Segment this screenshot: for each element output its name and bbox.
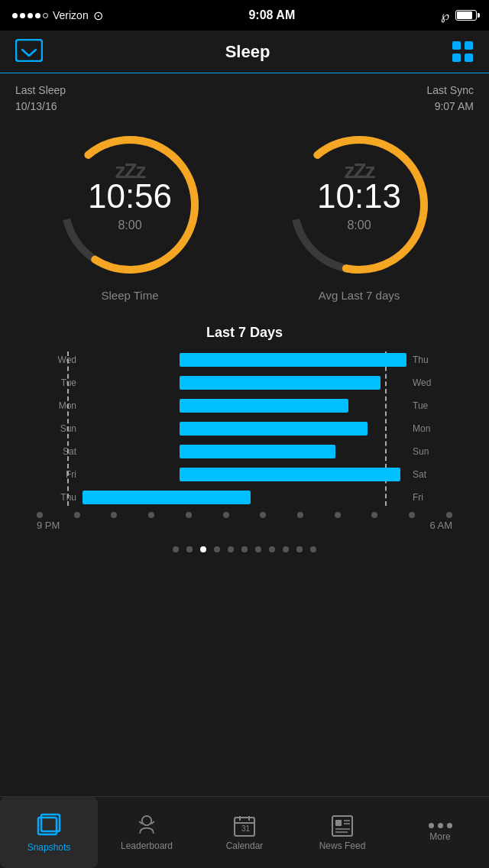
tab-snapshots-label: Snapshots: [28, 842, 71, 853]
page-dot-3[interactable]: [214, 546, 220, 552]
row-bar-container-3: [83, 422, 406, 436]
tab-leaderboard[interactable]: Leaderboard: [98, 797, 196, 868]
x-axis-dots: [0, 506, 489, 518]
chart-row: Sat Sun: [46, 443, 443, 460]
last-sleep-date: 10/13/16: [15, 99, 66, 115]
row-bar-5: [180, 468, 400, 481]
row-bar-container-5: [83, 468, 406, 481]
tab-bar: Snapshots Leaderboard 31 Calendar: [0, 796, 489, 868]
svg-rect-13: [332, 816, 352, 836]
tab-leaderboard-label: Leaderboard: [121, 840, 173, 851]
last-sync-time: 9:07 AM: [427, 99, 474, 115]
row-label-left-3: Sun: [46, 423, 76, 434]
tab-calendar[interactable]: 31 Calendar: [196, 797, 293, 868]
row-bar-0: [180, 353, 406, 367]
row-label-right-2: Tue: [413, 400, 443, 411]
snapshots-icon: [36, 813, 62, 839]
chart-row: Fri Sat: [46, 466, 443, 483]
svg-point-7: [142, 815, 151, 824]
more-icon: [429, 823, 452, 828]
x-dot: [409, 512, 415, 518]
signal-indicator: [12, 13, 48, 18]
status-time: 9:08 AM: [248, 8, 295, 22]
page-dot-7[interactable]: [269, 546, 275, 552]
sleep-time-circle: zZz 10:56 8:00 Sleep Time: [53, 128, 206, 302]
row-bar-3: [180, 422, 368, 436]
row-label-right-4: Sun: [413, 446, 443, 457]
last-sync-label: Last Sync: [427, 83, 474, 99]
chart-row: Mon Tue: [46, 397, 443, 414]
info-bar: Last Sleep 10/13/16 Last Sync 9:07 AM: [0, 73, 489, 121]
header: Sleep: [0, 31, 489, 73]
tab-calendar-label: Calendar: [226, 840, 264, 851]
carrier-label: Verizon: [53, 9, 89, 21]
row-bar-container-4: [83, 445, 406, 458]
avg-sleep-target: 8:00: [347, 219, 371, 232]
grid-view-icon[interactable]: [452, 41, 474, 63]
bluetooth-icon: ℘: [441, 8, 449, 23]
zzz-decoration-2: zZz: [344, 159, 374, 183]
row-bar-container-6: [83, 491, 406, 504]
inbox-icon[interactable]: [15, 39, 43, 65]
sleep-time-target: 8:00: [118, 219, 141, 232]
chart-title: Last 7 Days: [0, 325, 489, 341]
chart-section: Last 7 Days Wed Thu Tue Wed: [0, 317, 489, 531]
row-label-right-5: Sat: [413, 469, 443, 480]
page-title: Sleep: [225, 42, 270, 62]
row-label-left-0: Wed: [46, 355, 76, 365]
svg-rect-14: [335, 820, 342, 826]
signal-dot-4: [35, 13, 40, 18]
zzz-decoration-1: zZz: [115, 159, 144, 183]
avg-ring-wrap: zZz 10:13 8:00: [283, 128, 436, 281]
x-dot: [37, 512, 43, 518]
last-sync-info: Last Sync 9:07 AM: [427, 83, 474, 115]
row-label-left-5: Fri: [46, 469, 76, 480]
calendar-icon: 31: [233, 815, 256, 837]
chart-row: Wed Thu: [46, 351, 443, 368]
page-dot-0[interactable]: [173, 546, 179, 552]
row-bar-1: [180, 376, 381, 390]
x-dot: [186, 512, 192, 518]
circles-section: zZz 10:56 8:00 Sleep Time zZz 10:13 8:00…: [0, 121, 489, 317]
row-bar-6: [83, 491, 251, 504]
chart-row: Tue Wed: [46, 374, 443, 391]
row-label-right-6: Fri: [413, 492, 443, 503]
x-label-left: 9 PM: [37, 520, 60, 531]
status-right: ℘: [441, 8, 477, 23]
x-dot: [297, 512, 303, 518]
row-label-right-3: Mon: [413, 423, 443, 434]
row-label-left-6: Thu: [46, 492, 76, 503]
status-bar: Verizon ⊙ 9:08 AM ℘: [0, 0, 489, 31]
page-dot-4[interactable]: [228, 546, 234, 552]
page-dot-2[interactable]: [200, 546, 206, 552]
tab-more-label: More: [429, 831, 450, 842]
tab-more[interactable]: More: [391, 797, 489, 868]
page-dot-6[interactable]: [255, 546, 261, 552]
battery-fill: [457, 11, 472, 19]
chart-rows: Wed Thu Tue Wed Mon Tue: [46, 351, 443, 506]
x-dot: [111, 512, 117, 518]
tab-newsfeed[interactable]: News Feed: [293, 797, 391, 868]
wifi-icon: ⊙: [93, 8, 103, 23]
page-dot-8[interactable]: [283, 546, 289, 552]
status-left: Verizon ⊙: [12, 8, 103, 23]
signal-dot-5: [43, 13, 48, 18]
page-dot-5[interactable]: [241, 546, 248, 552]
chart-area: Wed Thu Tue Wed Mon Tue: [0, 351, 489, 506]
avg-sleep-circle: zZz 10:13 8:00 Avg Last 7 days: [283, 128, 436, 302]
svg-text:31: 31: [241, 824, 251, 833]
row-label-left-2: Mon: [46, 400, 76, 411]
x-dot: [223, 512, 229, 518]
row-label-right-1: Wed: [413, 377, 443, 388]
row-bar-4: [180, 445, 335, 458]
x-label-right: 6 AM: [429, 520, 452, 531]
page-dot-10[interactable]: [310, 546, 316, 552]
page-dot-9[interactable]: [296, 546, 303, 552]
page-dot-1[interactable]: [186, 546, 193, 552]
svg-rect-0: [16, 40, 42, 61]
sleep-ring-wrap: zZz 10:56 8:00: [53, 128, 206, 281]
battery-indicator: [455, 10, 477, 21]
x-dot: [74, 512, 80, 518]
x-dot: [260, 512, 266, 518]
tab-snapshots[interactable]: Snapshots: [0, 797, 98, 868]
